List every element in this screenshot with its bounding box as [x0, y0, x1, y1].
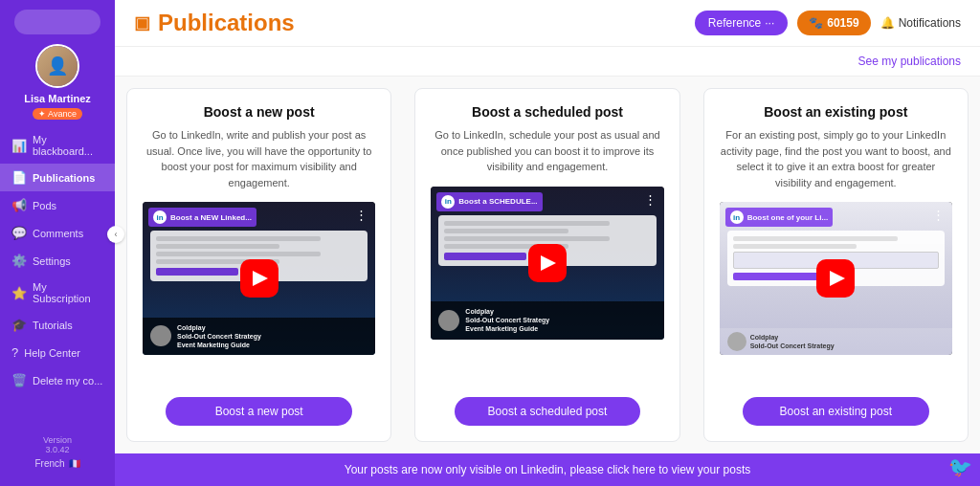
sidebar-bottom: Version 3.0.42 French 🇫🇷: [0, 428, 115, 476]
video-title-text: Boost a NEW Linked...: [170, 213, 252, 222]
flag-icon: 🇫🇷: [69, 458, 80, 469]
points-icon: 🐾: [809, 16, 823, 30]
sidebar-nav: 📊 My blackboard... 📄 Publications 📢 Pods…: [0, 127, 115, 394]
video-thumb-scheduled-post[interactable]: in Boost a SCHEDULE... ⋮: [431, 187, 663, 340]
page-header: ▣ Publications Reference ··· 🐾 60159 🔔 N…: [115, 0, 980, 47]
reference-label: Reference: [708, 16, 761, 30]
card-new-post-title: Boost a new post: [204, 104, 315, 120]
sidebar-item-label: Pods: [33, 200, 56, 211]
card-new-post-desc: Go to LinkedIn, write and publish your p…: [143, 127, 375, 190]
bottom-notification-bar[interactable]: Your posts are now only visible on Linke…: [115, 453, 980, 486]
main-content: ▣ Publications Reference ··· 🐾 60159 🔔 N…: [115, 0, 980, 486]
video-bottom-bar-3: ColdplaySold-Out Concert Strategy: [720, 328, 952, 355]
see-publications-link[interactable]: See my publications: [858, 55, 961, 68]
sidebar-item-label: Publications: [33, 172, 95, 184]
reference-button[interactable]: Reference ···: [695, 11, 788, 35]
play-icon-3: [830, 271, 845, 286]
video-bottom-bar-2: ColdplaySold-Out Concert StrategyEvent M…: [431, 301, 663, 339]
sub-header: See my publications: [115, 47, 980, 77]
sidebar-item-label: Settings: [33, 255, 71, 267]
sidebar-item-dashboard[interactable]: 📊 My blackboard...: [0, 127, 115, 164]
sidebar: 👤 Lisa Martinez ✦ Avance 📊 My blackboard…: [0, 0, 115, 486]
page-title: ▣ Publications: [134, 10, 295, 36]
inner-line-3: [156, 252, 321, 256]
avatar-image: 👤: [37, 46, 78, 86]
points-value: 60159: [827, 16, 858, 30]
user-name: Lisa Martinez: [24, 92, 91, 105]
video-content-2: in Boost a SCHEDULE... ⋮: [431, 187, 663, 340]
video-header-bar-3: in Boost one of your Li...: [725, 208, 833, 227]
sidebar-search[interactable]: [14, 10, 100, 34]
play-icon-2: [541, 255, 556, 271]
sidebar-item-subscription[interactable]: ⭐ My Subscription: [0, 275, 115, 311]
video-bottom-avatar-2: [438, 310, 459, 331]
video-menu-icon-2: ⋮: [644, 192, 657, 207]
inner-line-3-2: [733, 244, 857, 249]
settings-icon: ⚙️: [11, 254, 27, 268]
video-title-text-2: Boost a SCHEDULE...: [458, 197, 537, 206]
sidebar-item-label: My Subscription: [33, 281, 103, 304]
delete-icon: 🗑️: [11, 373, 27, 387]
inner-btn: [156, 268, 238, 276]
avatar: 👤: [35, 44, 79, 88]
user-badge: ✦ Avance: [33, 108, 82, 120]
linkedin-logo-icon-3: in: [730, 210, 744, 224]
video-menu-icon: ⋮: [355, 208, 368, 222]
cards-container: Boost a new post Go to LinkedIn, write a…: [115, 77, 980, 453]
boost-existing-post-button[interactable]: Boost an existing post: [743, 397, 929, 426]
boost-scheduled-post-button[interactable]: Boost a scheduled post: [455, 397, 641, 426]
sidebar-item-label: Comments: [33, 228, 83, 239]
linkedin-logo-icon-2: in: [441, 195, 455, 209]
video-bottom-avatar-3: [727, 332, 746, 351]
card-existing-post-title: Boost an existing post: [764, 104, 907, 120]
inner-line-2-3: [444, 236, 609, 241]
inner-line-2: [156, 244, 279, 249]
sidebar-item-comments[interactable]: 💬 Comments: [0, 219, 115, 247]
play-button-3[interactable]: [816, 259, 855, 298]
version-label: Version 3.0.42: [11, 435, 103, 454]
help-icon: ?: [11, 345, 18, 360]
sidebar-item-label: My blackboard...: [33, 134, 103, 157]
card-existing-post-desc: For an existing post, simply go to your …: [720, 127, 952, 190]
card-existing-post: Boost an existing post For an existing p…: [703, 88, 969, 442]
video-thumb-existing-post[interactable]: in Boost one of your Li... ⋮: [720, 202, 952, 355]
sidebar-item-delete[interactable]: 🗑️ Delete my co...: [0, 366, 115, 394]
publications-title-icon: ▣: [134, 12, 150, 33]
comments-icon: 💬: [11, 226, 27, 240]
points-button[interactable]: 🐾 60159: [797, 11, 870, 35]
video-menu-icon-3: ⋮: [932, 208, 945, 222]
dashboard-icon: 📊: [11, 139, 27, 153]
sidebar-item-label: Help Center: [24, 347, 80, 359]
sidebar-item-label: Delete my co...: [33, 375, 102, 387]
inner-line-1: [156, 236, 321, 241]
page-title-text: Publications: [158, 10, 295, 36]
video-content-3: in Boost one of your Li... ⋮: [720, 202, 952, 355]
inner-line-3-1: [733, 236, 898, 241]
sidebar-collapse-button[interactable]: ‹: [107, 226, 124, 243]
sidebar-item-help[interactable]: ? Help Center: [0, 339, 115, 366]
play-icon: [253, 271, 268, 286]
video-bottom-avatar: [150, 325, 171, 346]
notifications-button[interactable]: 🔔 Notifications: [880, 16, 961, 30]
card-scheduled-post-title: Boost a scheduled post: [472, 104, 623, 120]
video-header-bar: in Boost a NEW Linked...: [148, 208, 256, 227]
video-bottom-text-2: ColdplaySold-Out Concert StrategyEvent M…: [465, 307, 549, 333]
sidebar-item-tutorials[interactable]: 🎓 Tutorials: [0, 311, 115, 339]
language-selector[interactable]: French 🇫🇷: [11, 458, 103, 469]
card-scheduled-post-desc: Go to LinkedIn, schedule your post as us…: [431, 127, 663, 175]
play-button-2[interactable]: [528, 244, 567, 282]
sidebar-item-pods[interactable]: 📢 Pods: [0, 191, 115, 219]
video-content: in Boost a NEW Linked... ⋮: [143, 202, 375, 355]
sidebar-item-publications[interactable]: 📄 Publications: [0, 164, 115, 191]
tutorials-icon: 🎓: [11, 318, 27, 332]
video-thumb-new-post[interactable]: in Boost a NEW Linked... ⋮: [143, 202, 375, 355]
boost-new-post-button[interactable]: Boost a new post: [166, 397, 352, 426]
play-button[interactable]: [240, 259, 278, 298]
language-label: French: [34, 458, 64, 469]
sidebar-item-label: Tutorials: [33, 320, 73, 331]
header-right: Reference ··· 🐾 60159 🔔 Notifications: [695, 11, 961, 35]
inner-line-2-2: [444, 229, 568, 233]
sidebar-item-settings[interactable]: ⚙️ Settings: [0, 247, 115, 275]
inner-line-2-1: [444, 221, 609, 226]
video-title-text-3: Boost one of your Li...: [747, 213, 828, 222]
